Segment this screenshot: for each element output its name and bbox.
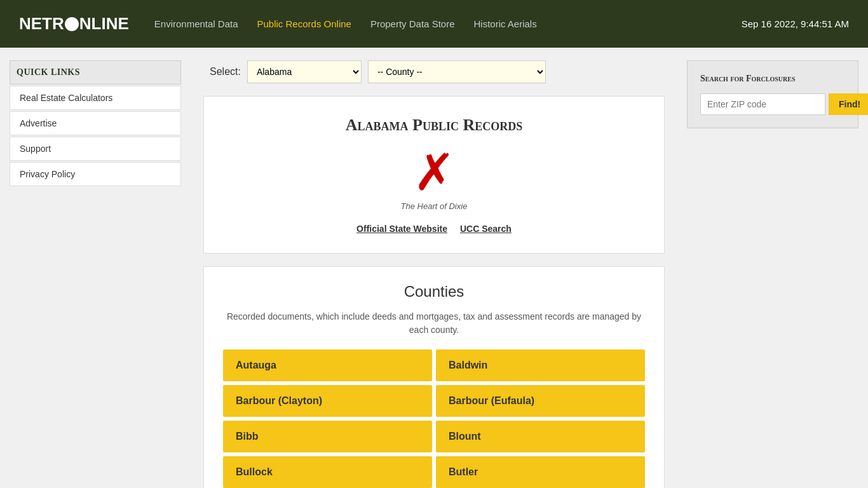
official-state-link[interactable]: Official State Website	[356, 224, 447, 234]
main-content: Select: Alabama -- County -- Alabama Pub…	[191, 48, 677, 488]
county-button[interactable]: Baldwin	[436, 349, 645, 381]
state-box: Alabama Public Records ✗ The Heart of Di…	[203, 96, 665, 254]
datetime-display: Sep 16 2022, 9:44:51 AM	[742, 18, 849, 29]
page-body: Quick Links Real Estate Calculators Adve…	[0, 48, 868, 488]
sidebar: Quick Links Real Estate Calculators Adve…	[0, 48, 191, 488]
nav-public-records[interactable]: Public Records Online	[257, 18, 351, 29]
nav-property-data[interactable]: Property Data Store	[370, 18, 455, 29]
state-title: Alabama Public Records	[223, 116, 645, 135]
quick-links-title: Quick Links	[10, 60, 181, 85]
state-select[interactable]: Alabama	[247, 60, 362, 83]
find-button[interactable]: Find!	[829, 93, 868, 115]
foreclosure-title: Search for Forclosures	[700, 74, 845, 84]
sidebar-item-advertise[interactable]: Advertise	[10, 111, 181, 135]
counties-title: Counties	[223, 283, 645, 301]
foreclosure-form: Find!	[700, 93, 845, 115]
county-button[interactable]: Bullock	[223, 456, 432, 488]
county-select[interactable]: -- County --	[368, 60, 546, 83]
ucc-search-link[interactable]: UCC Search	[460, 224, 512, 234]
main-nav: Environmental Data Public Records Online…	[154, 18, 742, 29]
state-icon: ✗	[223, 147, 645, 198]
county-button[interactable]: Autauga	[223, 349, 432, 381]
nav-environmental[interactable]: Environmental Data	[154, 18, 238, 29]
county-button[interactable]: Barbour (Eufaula)	[436, 385, 645, 417]
nav-historic-aerials[interactable]: Historic Aerials	[473, 18, 536, 29]
county-button[interactable]: Bibb	[223, 421, 432, 452]
county-button[interactable]: Butler	[436, 456, 645, 488]
sidebar-item-real-estate[interactable]: Real Estate Calculators	[10, 86, 181, 110]
counties-grid: AutaugaBaldwinBarbour (Clayton)Barbour (…	[223, 349, 645, 488]
state-nickname: The Heart of Dixie	[223, 201, 645, 211]
select-row: Select: Alabama -- County --	[203, 60, 665, 83]
counties-description: Recorded documents, which include deeds …	[223, 310, 645, 337]
right-panel: Search for Forclosures Find!	[677, 48, 868, 488]
header: NETRNLINE Environmental Data Public Reco…	[0, 0, 868, 48]
select-label: Select:	[210, 66, 241, 78]
sidebar-item-privacy[interactable]: Privacy Policy	[10, 162, 181, 186]
sidebar-item-support[interactable]: Support	[10, 137, 181, 161]
county-button[interactable]: Blount	[436, 421, 645, 452]
globe-icon	[65, 17, 79, 31]
foreclosure-box: Search for Forclosures Find!	[687, 60, 858, 128]
state-links: Official State Website UCC Search	[223, 224, 645, 234]
logo[interactable]: NETRNLINE	[19, 14, 129, 34]
county-button[interactable]: Barbour (Clayton)	[223, 385, 432, 417]
counties-section: Counties Recorded documents, which inclu…	[203, 266, 665, 488]
zip-input[interactable]	[700, 93, 825, 115]
